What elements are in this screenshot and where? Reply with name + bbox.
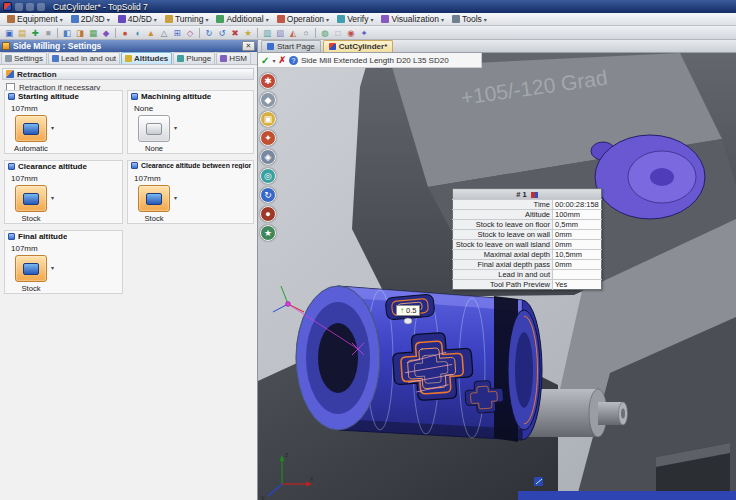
toolbar-separator [57, 28, 58, 38]
toolbar-icon-25[interactable]: ◭ [287, 27, 299, 39]
toolbar-icon-1[interactable]: ▣ [3, 27, 15, 39]
mode-label: None [129, 144, 179, 153]
toolbar-icon-13[interactable]: ▲ [145, 27, 157, 39]
chevron-down-icon[interactable]: ▾ [174, 124, 177, 131]
side-milling-settings-panel: Side Milling : Settings ✕ SettingsLead i… [0, 40, 258, 500]
close-icon[interactable]: ✕ [242, 41, 255, 51]
tab-document-cutcylinder[interactable]: CutCylinder* [323, 40, 393, 52]
machining-altitude-mode-button[interactable] [138, 115, 170, 142]
toolbar-icon-23[interactable]: ▥ [261, 27, 273, 39]
toolbar-icon-6[interactable]: ◧ [61, 27, 73, 39]
stage-icon-8[interactable]: ● [260, 206, 276, 222]
tab-settings[interactable]: Settings [1, 52, 47, 64]
stage-icon-2[interactable]: ◆ [260, 92, 276, 108]
toolbar-icon-3[interactable]: ✚ [29, 27, 41, 39]
menu-operation[interactable]: Operation▾ [273, 13, 333, 26]
info-label: Final axial depth pass [453, 260, 553, 270]
quick-access-icon-2[interactable] [26, 3, 34, 11]
menu-2d-3d[interactable]: 2D/3D▾ [67, 13, 114, 26]
menu-icon [277, 15, 285, 23]
toolbar-icon-12[interactable]: ◐ [132, 27, 144, 39]
toolbar-icon-24[interactable]: ▧ [274, 27, 286, 39]
toolbar-icon-11[interactable]: ● [119, 27, 131, 39]
group-title-text: Clearance altitude [18, 162, 87, 171]
stage-icon-7[interactable]: ↻ [260, 187, 276, 203]
toolbar-icon-26[interactable]: ○ [300, 27, 312, 39]
tool-icon [531, 192, 538, 198]
cancel-icon[interactable]: ✗ [278, 55, 286, 65]
operation-icon [2, 42, 10, 50]
tab-hsm[interactable]: HSM [216, 52, 251, 64]
stage-icon-4[interactable]: ✦ [260, 130, 276, 146]
toolbar-icon-21[interactable]: ★ [242, 27, 254, 39]
stage-icon-9[interactable]: ★ [260, 225, 276, 241]
tab-lead-in-and-out[interactable]: Lead in and out [48, 52, 120, 64]
menu-tools[interactable]: Tools▾ [448, 13, 491, 26]
toolbar-icon-29[interactable]: □ [332, 27, 344, 39]
quick-access-icon-3[interactable] [37, 3, 45, 11]
toolbar-icon-31[interactable]: ✦ [358, 27, 370, 39]
menu-verify[interactable]: Verify▾ [333, 13, 377, 26]
altitude-value[interactable]: 107mm [134, 174, 161, 183]
altitude-value[interactable]: None [134, 104, 153, 113]
toolbar-icon-30[interactable]: ◉ [345, 27, 357, 39]
tab-altitudes[interactable]: Altitudes [121, 52, 172, 64]
machine-table-edge [518, 491, 736, 500]
info-row: Final axial depth pass0mm [453, 260, 602, 270]
final-altitude-mode-button[interactable] [15, 255, 47, 282]
toolbar-icon-7[interactable]: ◨ [74, 27, 86, 39]
titlebar[interactable]: CutCylinder* - TopSolid 7 [0, 0, 736, 13]
stage-icon-3[interactable]: ▣ [260, 111, 276, 127]
toolbar-icon-28[interactable]: ◍ [319, 27, 331, 39]
chevron-down-icon[interactable]: ▾ [174, 194, 177, 201]
toolbar-icon-14[interactable]: △ [158, 27, 170, 39]
toolbar-icon-19[interactable]: ↺ [216, 27, 228, 39]
tab-start-page[interactable]: Start Page [261, 40, 321, 52]
ucs-mini-icon[interactable] [534, 477, 543, 486]
info-label: Stock to leave on floor [453, 220, 553, 230]
altitude-value[interactable]: 107mm [11, 244, 38, 253]
menu-label: Visualization [391, 14, 439, 24]
toolbar-icon-4[interactable]: ■ [42, 27, 54, 39]
help-icon[interactable]: ? [289, 56, 298, 65]
quick-access-icon-1[interactable] [15, 3, 23, 11]
clearance-between-regions-mode-button[interactable] [138, 185, 170, 212]
menu-visualization[interactable]: Visualization▾ [377, 13, 448, 26]
info-value [553, 270, 602, 280]
stage-icon-6[interactable]: ◎ [260, 168, 276, 184]
chevron-down-icon[interactable]: ▾ [51, 124, 54, 131]
panel-header[interactable]: Side Milling : Settings ✕ [0, 40, 257, 52]
mode-label: Automatic [6, 144, 56, 153]
altitude-value[interactable]: 107mm [11, 174, 38, 183]
menu-icon [337, 15, 345, 23]
toolbar-icon-20[interactable]: ✖ [229, 27, 241, 39]
toolbar-icon-16[interactable]: ◇ [184, 27, 196, 39]
menu-additional[interactable]: Additional▾ [212, 13, 272, 26]
mode-label: Stock [6, 284, 56, 293]
stage-icon-1[interactable]: ✱ [260, 73, 276, 89]
chevron-down-icon[interactable]: ▾ [272, 57, 275, 64]
chevron-down-icon[interactable]: ▾ [51, 264, 54, 271]
toolbar-icon-8[interactable]: ▦ [87, 27, 99, 39]
clearance-altitude-mode-button[interactable] [15, 185, 47, 212]
window-title: CutCylinder* - TopSolid 7 [53, 2, 148, 12]
toolbar-icon-9[interactable]: ◆ [100, 27, 112, 39]
altitude-value[interactable]: 107mm [11, 104, 38, 113]
viewport-3d[interactable]: +105/-120 Grad [258, 53, 736, 500]
menu-equipment[interactable]: Equipment▾ [3, 13, 67, 26]
toolbar-icon-15[interactable]: ⊞ [171, 27, 183, 39]
menu-turning[interactable]: Turning▾ [161, 13, 213, 26]
confirm-icon[interactable]: ✓ [261, 55, 269, 66]
mode-label: Stock [129, 214, 179, 223]
toolbar-icon-18[interactable]: ↻ [203, 27, 215, 39]
tab-plunge[interactable]: Plunge [173, 52, 215, 64]
menu-label: Equipment [17, 14, 58, 24]
menu-4d-5d[interactable]: 4D/5D▾ [114, 13, 161, 26]
toolbar-icon-2[interactable]: ▤ [16, 27, 28, 39]
info-value: 00:00:28:158 [553, 200, 602, 210]
info-value: Yes [553, 280, 602, 290]
starting-altitude-mode-button[interactable] [15, 115, 47, 142]
retraction-section-header[interactable]: Retraction [2, 68, 254, 80]
chevron-down-icon[interactable]: ▾ [51, 194, 54, 201]
stage-icon-5[interactable]: ◈ [260, 149, 276, 165]
